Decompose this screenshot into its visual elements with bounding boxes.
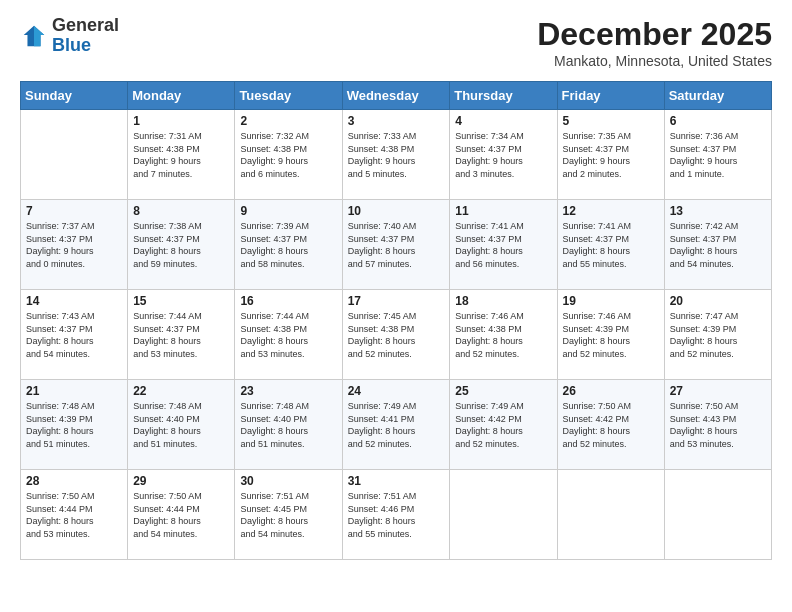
calendar-cell: 15Sunrise: 7:44 AM Sunset: 4:37 PM Dayli… [128, 290, 235, 380]
calendar-cell: 11Sunrise: 7:41 AM Sunset: 4:37 PM Dayli… [450, 200, 557, 290]
calendar-cell: 3Sunrise: 7:33 AM Sunset: 4:38 PM Daylig… [342, 110, 450, 200]
day-header-monday: Monday [128, 82, 235, 110]
logo-text: General Blue [52, 16, 119, 56]
day-number: 11 [455, 204, 551, 218]
day-number: 28 [26, 474, 122, 488]
cell-text: Sunrise: 7:48 AM Sunset: 4:40 PM Dayligh… [240, 400, 336, 450]
day-header-tuesday: Tuesday [235, 82, 342, 110]
cell-text: Sunrise: 7:46 AM Sunset: 4:39 PM Dayligh… [563, 310, 659, 360]
calendar-cell: 19Sunrise: 7:46 AM Sunset: 4:39 PM Dayli… [557, 290, 664, 380]
day-number: 25 [455, 384, 551, 398]
title-block: December 2025 Mankato, Minnesota, United… [537, 16, 772, 69]
calendar-cell: 21Sunrise: 7:48 AM Sunset: 4:39 PM Dayli… [21, 380, 128, 470]
day-header-saturday: Saturday [664, 82, 771, 110]
cell-text: Sunrise: 7:50 AM Sunset: 4:43 PM Dayligh… [670, 400, 766, 450]
cell-text: Sunrise: 7:34 AM Sunset: 4:37 PM Dayligh… [455, 130, 551, 180]
calendar-cell: 10Sunrise: 7:40 AM Sunset: 4:37 PM Dayli… [342, 200, 450, 290]
logo: General Blue [20, 16, 119, 56]
cell-text: Sunrise: 7:48 AM Sunset: 4:40 PM Dayligh… [133, 400, 229, 450]
cell-text: Sunrise: 7:37 AM Sunset: 4:37 PM Dayligh… [26, 220, 122, 270]
calendar-cell: 30Sunrise: 7:51 AM Sunset: 4:45 PM Dayli… [235, 470, 342, 560]
cell-text: Sunrise: 7:51 AM Sunset: 4:45 PM Dayligh… [240, 490, 336, 540]
calendar-week-4: 21Sunrise: 7:48 AM Sunset: 4:39 PM Dayli… [21, 380, 772, 470]
calendar-cell: 27Sunrise: 7:50 AM Sunset: 4:43 PM Dayli… [664, 380, 771, 470]
day-header-wednesday: Wednesday [342, 82, 450, 110]
calendar-cell: 23Sunrise: 7:48 AM Sunset: 4:40 PM Dayli… [235, 380, 342, 470]
cell-text: Sunrise: 7:51 AM Sunset: 4:46 PM Dayligh… [348, 490, 445, 540]
calendar-cell: 8Sunrise: 7:38 AM Sunset: 4:37 PM Daylig… [128, 200, 235, 290]
day-number: 23 [240, 384, 336, 398]
cell-text: Sunrise: 7:50 AM Sunset: 4:42 PM Dayligh… [563, 400, 659, 450]
day-number: 18 [455, 294, 551, 308]
cell-text: Sunrise: 7:38 AM Sunset: 4:37 PM Dayligh… [133, 220, 229, 270]
cell-text: Sunrise: 7:36 AM Sunset: 4:37 PM Dayligh… [670, 130, 766, 180]
day-number: 20 [670, 294, 766, 308]
cell-text: Sunrise: 7:41 AM Sunset: 4:37 PM Dayligh… [455, 220, 551, 270]
cell-text: Sunrise: 7:39 AM Sunset: 4:37 PM Dayligh… [240, 220, 336, 270]
calendar-week-5: 28Sunrise: 7:50 AM Sunset: 4:44 PM Dayli… [21, 470, 772, 560]
calendar-cell [557, 470, 664, 560]
day-number: 24 [348, 384, 445, 398]
day-number: 1 [133, 114, 229, 128]
calendar-cell: 6Sunrise: 7:36 AM Sunset: 4:37 PM Daylig… [664, 110, 771, 200]
day-number: 14 [26, 294, 122, 308]
calendar-cell: 5Sunrise: 7:35 AM Sunset: 4:37 PM Daylig… [557, 110, 664, 200]
calendar-cell: 22Sunrise: 7:48 AM Sunset: 4:40 PM Dayli… [128, 380, 235, 470]
day-number: 21 [26, 384, 122, 398]
page-header: General Blue December 2025 Mankato, Minn… [20, 16, 772, 69]
day-header-thursday: Thursday [450, 82, 557, 110]
logo-icon [20, 22, 48, 50]
day-number: 3 [348, 114, 445, 128]
svg-marker-1 [34, 26, 44, 47]
cell-text: Sunrise: 7:44 AM Sunset: 4:38 PM Dayligh… [240, 310, 336, 360]
calendar-cell: 16Sunrise: 7:44 AM Sunset: 4:38 PM Dayli… [235, 290, 342, 380]
logo-general: General [52, 15, 119, 35]
day-number: 27 [670, 384, 766, 398]
cell-text: Sunrise: 7:49 AM Sunset: 4:41 PM Dayligh… [348, 400, 445, 450]
cell-text: Sunrise: 7:46 AM Sunset: 4:38 PM Dayligh… [455, 310, 551, 360]
day-number: 15 [133, 294, 229, 308]
day-number: 8 [133, 204, 229, 218]
calendar-cell: 29Sunrise: 7:50 AM Sunset: 4:44 PM Dayli… [128, 470, 235, 560]
cell-text: Sunrise: 7:43 AM Sunset: 4:37 PM Dayligh… [26, 310, 122, 360]
cell-text: Sunrise: 7:50 AM Sunset: 4:44 PM Dayligh… [26, 490, 122, 540]
calendar-cell: 18Sunrise: 7:46 AM Sunset: 4:38 PM Dayli… [450, 290, 557, 380]
calendar-cell: 13Sunrise: 7:42 AM Sunset: 4:37 PM Dayli… [664, 200, 771, 290]
cell-text: Sunrise: 7:47 AM Sunset: 4:39 PM Dayligh… [670, 310, 766, 360]
calendar-cell: 1Sunrise: 7:31 AM Sunset: 4:38 PM Daylig… [128, 110, 235, 200]
calendar-cell [21, 110, 128, 200]
day-number: 31 [348, 474, 445, 488]
cell-text: Sunrise: 7:50 AM Sunset: 4:44 PM Dayligh… [133, 490, 229, 540]
calendar-body: 1Sunrise: 7:31 AM Sunset: 4:38 PM Daylig… [21, 110, 772, 560]
calendar-cell [664, 470, 771, 560]
day-number: 5 [563, 114, 659, 128]
cell-text: Sunrise: 7:40 AM Sunset: 4:37 PM Dayligh… [348, 220, 445, 270]
cell-text: Sunrise: 7:48 AM Sunset: 4:39 PM Dayligh… [26, 400, 122, 450]
calendar-cell: 25Sunrise: 7:49 AM Sunset: 4:42 PM Dayli… [450, 380, 557, 470]
calendar-table: SundayMondayTuesdayWednesdayThursdayFrid… [20, 81, 772, 560]
day-number: 6 [670, 114, 766, 128]
day-number: 13 [670, 204, 766, 218]
calendar-cell: 17Sunrise: 7:45 AM Sunset: 4:38 PM Dayli… [342, 290, 450, 380]
calendar-week-1: 1Sunrise: 7:31 AM Sunset: 4:38 PM Daylig… [21, 110, 772, 200]
day-number: 9 [240, 204, 336, 218]
page-subtitle: Mankato, Minnesota, United States [537, 53, 772, 69]
day-number: 4 [455, 114, 551, 128]
day-number: 30 [240, 474, 336, 488]
calendar-cell: 24Sunrise: 7:49 AM Sunset: 4:41 PM Dayli… [342, 380, 450, 470]
logo-blue-text: Blue [52, 35, 91, 55]
cell-text: Sunrise: 7:49 AM Sunset: 4:42 PM Dayligh… [455, 400, 551, 450]
calendar-cell: 12Sunrise: 7:41 AM Sunset: 4:37 PM Dayli… [557, 200, 664, 290]
cell-text: Sunrise: 7:35 AM Sunset: 4:37 PM Dayligh… [563, 130, 659, 180]
calendar-cell: 31Sunrise: 7:51 AM Sunset: 4:46 PM Dayli… [342, 470, 450, 560]
day-number: 17 [348, 294, 445, 308]
calendar-week-2: 7Sunrise: 7:37 AM Sunset: 4:37 PM Daylig… [21, 200, 772, 290]
calendar-cell: 4Sunrise: 7:34 AM Sunset: 4:37 PM Daylig… [450, 110, 557, 200]
day-header-friday: Friday [557, 82, 664, 110]
calendar-header: SundayMondayTuesdayWednesdayThursdayFrid… [21, 82, 772, 110]
days-of-week-row: SundayMondayTuesdayWednesdayThursdayFrid… [21, 82, 772, 110]
calendar-cell: 26Sunrise: 7:50 AM Sunset: 4:42 PM Dayli… [557, 380, 664, 470]
day-number: 19 [563, 294, 659, 308]
calendar-cell: 9Sunrise: 7:39 AM Sunset: 4:37 PM Daylig… [235, 200, 342, 290]
calendar-cell: 20Sunrise: 7:47 AM Sunset: 4:39 PM Dayli… [664, 290, 771, 380]
